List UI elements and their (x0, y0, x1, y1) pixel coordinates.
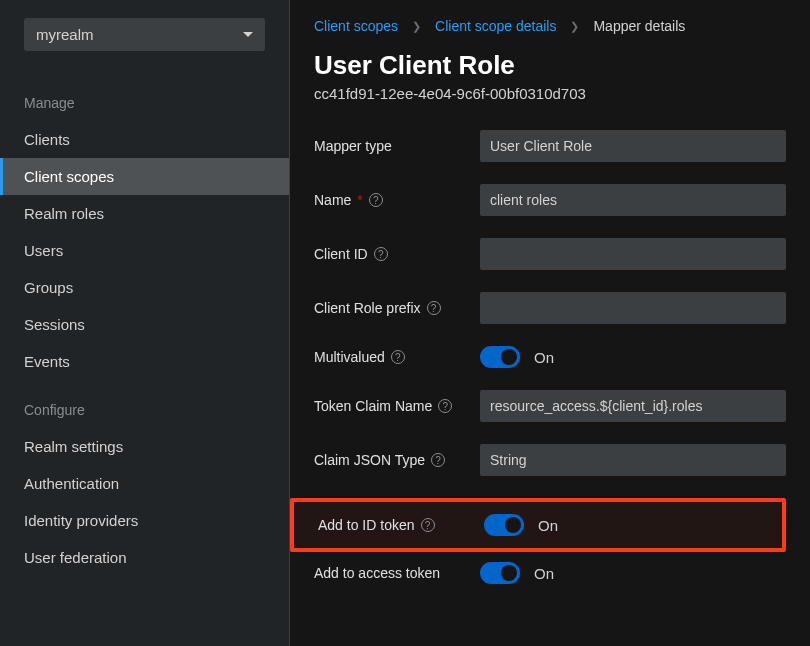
label-claim-json-type: Claim JSON Type ? (314, 452, 480, 468)
label-mapper-type: Mapper type (314, 138, 480, 154)
realm-selected: myrealm (36, 26, 94, 43)
label-name: Name * ? (314, 192, 480, 208)
sidebar-item-users[interactable]: Users (0, 232, 289, 269)
row-mapper-type: Mapper type (314, 130, 786, 162)
field-mapper-type (480, 130, 786, 162)
sidebar-item-realm-settings[interactable]: Realm settings (0, 428, 289, 465)
row-claim-json-type: Claim JSON Type ? (314, 444, 786, 476)
row-token-claim-name: Token Claim Name ? (314, 390, 786, 422)
realm-selector-container: myrealm (0, 0, 289, 73)
claim-json-type-input[interactable] (480, 444, 786, 476)
row-client-id: Client ID ? (314, 238, 786, 270)
multivalued-toggle[interactable] (480, 346, 520, 368)
sidebar-item-events[interactable]: Events (0, 343, 289, 380)
highlighted-add-to-id-token: Add to ID token ? On (290, 498, 786, 552)
help-icon[interactable]: ? (391, 350, 405, 364)
row-add-to-access-token: Add to access token On (314, 562, 786, 584)
help-icon[interactable]: ? (431, 453, 445, 467)
client-role-prefix-input[interactable] (480, 292, 786, 324)
row-multivalued: Multivalued ? On (314, 346, 786, 368)
client-id-input[interactable] (480, 238, 786, 270)
nav-section-header: Configure (0, 380, 289, 428)
sidebar-item-client-scopes[interactable]: Client scopes (0, 158, 289, 195)
add-to-access-token-toggle[interactable] (480, 562, 520, 584)
label-client-role-prefix: Client Role prefix ? (314, 300, 480, 316)
help-icon[interactable]: ? (421, 518, 435, 532)
row-add-to-id-token: Add to ID token ? On (318, 514, 770, 536)
caret-down-icon (243, 32, 253, 37)
label-add-to-access-token: Add to access token (314, 565, 480, 581)
row-client-role-prefix: Client Role prefix ? (314, 292, 786, 324)
breadcrumb: Client scopes❯Client scope details❯Mappe… (314, 18, 786, 34)
label-add-to-id-token: Add to ID token ? (318, 517, 484, 533)
mapper-type-input (480, 130, 786, 162)
help-icon[interactable]: ? (427, 301, 441, 315)
help-icon[interactable]: ? (369, 193, 383, 207)
token-claim-name-input[interactable] (480, 390, 786, 422)
help-icon[interactable]: ? (438, 399, 452, 413)
chevron-right-icon: ❯ (570, 20, 579, 33)
sidebar-item-clients[interactable]: Clients (0, 121, 289, 158)
page-title: User Client Role (314, 50, 786, 81)
label-client-id: Client ID ? (314, 246, 480, 262)
sidebar-item-realm-roles[interactable]: Realm roles (0, 195, 289, 232)
realm-dropdown[interactable]: myrealm (24, 18, 265, 51)
add-to-access-token-toggle-label: On (534, 565, 554, 582)
add-to-id-token-toggle-label: On (538, 517, 558, 534)
main-content: Client scopes❯Client scope details❯Mappe… (290, 0, 810, 646)
sidebar-item-identity-providers[interactable]: Identity providers (0, 502, 289, 539)
add-to-id-token-toggle[interactable] (484, 514, 524, 536)
sidebar: myrealm ManageClientsClient scopesRealm … (0, 0, 290, 646)
page-subtitle: cc41fd91-12ee-4e04-9c6f-00bf0310d703 (314, 85, 786, 102)
multivalued-toggle-label: On (534, 349, 554, 366)
breadcrumb-link[interactable]: Client scope details (435, 18, 556, 34)
row-name: Name * ? (314, 184, 786, 216)
nav-section-header: Manage (0, 73, 289, 121)
label-token-claim-name: Token Claim Name ? (314, 398, 480, 414)
sidebar-item-sessions[interactable]: Sessions (0, 306, 289, 343)
name-input[interactable] (480, 184, 786, 216)
label-multivalued: Multivalued ? (314, 349, 480, 365)
help-icon[interactable]: ? (374, 247, 388, 261)
chevron-right-icon: ❯ (412, 20, 421, 33)
breadcrumb-link[interactable]: Client scopes (314, 18, 398, 34)
sidebar-item-groups[interactable]: Groups (0, 269, 289, 306)
required-marker: * (357, 192, 362, 208)
breadcrumb-current: Mapper details (593, 18, 685, 34)
sidebar-item-authentication[interactable]: Authentication (0, 465, 289, 502)
sidebar-item-user-federation[interactable]: User federation (0, 539, 289, 576)
